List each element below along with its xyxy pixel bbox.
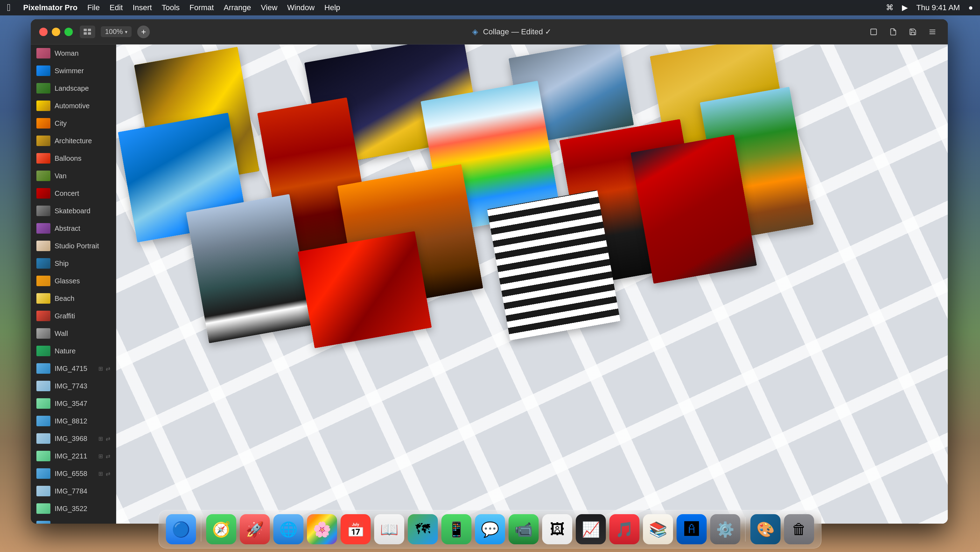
format-menu[interactable]: Format xyxy=(189,3,214,12)
dock-icon-facetime[interactable]: 📱 xyxy=(441,514,471,544)
arrange-menu[interactable]: Arrange xyxy=(224,3,251,12)
sidebar: WomanSwimmerLandscapeAutomotiveCityArchi… xyxy=(31,45,116,523)
sidebar-item-van[interactable]: Van xyxy=(31,167,116,185)
settings-button[interactable] xyxy=(925,26,939,38)
sidebar-item-img_3522[interactable]: IMG_3522 xyxy=(31,500,116,517)
thumbnail-ship xyxy=(37,258,50,269)
zoom-display[interactable]: 100% ▾ xyxy=(101,26,132,37)
dock-icon-maps[interactable]: 🗺 xyxy=(408,514,438,544)
sidebar-item-img_3547[interactable]: IMG_3547 xyxy=(31,395,116,412)
search-icon[interactable]: ● xyxy=(969,3,973,12)
sidebar-item-wall[interactable]: Wall xyxy=(31,325,116,342)
dock-icon-facetime2[interactable]: 📹 xyxy=(509,514,539,544)
dock-icon-appstore[interactable]: 🅰 xyxy=(676,514,706,544)
sidebar-item-img_4715[interactable]: IMG_4715⊞⇄ xyxy=(31,360,116,377)
dock-icon-finder[interactable]: 🔵 xyxy=(166,514,196,544)
link-icon[interactable]: ⇄ xyxy=(106,365,110,372)
dock-icon-safari2[interactable]: 🌐 xyxy=(274,514,304,544)
thumbnail-skateboard xyxy=(37,206,50,216)
visibility-icon[interactable]: ⊞ xyxy=(99,436,103,442)
sidebar-item-balloons[interactable]: Balloons xyxy=(31,150,116,167)
app-name-menu[interactable]: Pixelmator Pro xyxy=(23,3,77,12)
visibility-icon[interactable]: ⊞ xyxy=(99,365,103,372)
share-button[interactable] xyxy=(867,26,881,38)
sidebar-label-img_8812: IMG_8812 xyxy=(55,417,87,425)
sidebar-item-abstract[interactable]: Abstract xyxy=(31,220,116,237)
sidebar-item-img_8812[interactable]: IMG_8812 xyxy=(31,412,116,430)
sidebar-item-img_6558[interactable]: IMG_6558⊞⇄ xyxy=(31,465,116,482)
file-menu[interactable]: File xyxy=(88,3,100,12)
dock-icon-photos2[interactable]: 🖼 xyxy=(542,514,572,544)
pixelmator-icon: 🎨 xyxy=(756,521,775,538)
sidebar-item-city[interactable]: City xyxy=(31,115,116,132)
sidebar-label-woman: Woman xyxy=(55,49,79,57)
grid-view-toggle[interactable] xyxy=(80,26,95,38)
minimize-button[interactable] xyxy=(52,28,60,36)
dock-icon-launchpad[interactable]: 🚀 xyxy=(240,514,270,544)
dock-icon-books2[interactable]: 📚 xyxy=(643,514,673,544)
photo-card-red-car[interactable] xyxy=(298,231,431,348)
help-menu[interactable]: Help xyxy=(325,3,340,12)
window-menu[interactable]: Window xyxy=(287,3,315,12)
sidebar-label-balloons: Balloons xyxy=(55,155,81,163)
visibility-icon[interactable]: ⊞ xyxy=(99,471,103,477)
canvas-area[interactable] xyxy=(116,45,948,523)
tools-menu[interactable]: Tools xyxy=(162,3,180,12)
sidebar-item-img_3968[interactable]: IMG_3968⊞⇄ xyxy=(31,430,116,447)
safari2-icon: 🌐 xyxy=(279,521,298,538)
dock-icon-pixelmator[interactable]: 🎨 xyxy=(750,514,781,544)
link-icon[interactable]: ⇄ xyxy=(106,471,110,477)
sidebar-item-landscape[interactable]: Landscape xyxy=(31,80,116,97)
sidebar-label-nature: Nature xyxy=(55,347,76,355)
thumbnail-img_8812 xyxy=(37,416,50,426)
link-icon[interactable]: ⇄ xyxy=(106,453,110,459)
dock-icon-calendar[interactable]: 📅 xyxy=(340,514,371,544)
sidebar-item-glasses[interactable]: Glasses xyxy=(31,272,116,290)
sidebar-item-skateboard[interactable]: Skateboard xyxy=(31,202,116,220)
photo-card-graffiti-bw[interactable] xyxy=(487,190,620,340)
link-icon[interactable]: ⇄ xyxy=(106,436,110,442)
sidebar-icons-img_2211: ⊞⇄ xyxy=(99,453,110,459)
sidebar-item-img_2211[interactable]: IMG_2211⊞⇄ xyxy=(31,447,116,465)
dock-icon-itunes[interactable]: 🎵 xyxy=(609,514,640,544)
add-layer-button[interactable]: + xyxy=(137,26,150,38)
launchpad-icon: 🚀 xyxy=(246,521,264,538)
sidebar-item-studio_portrait[interactable]: Studio Portrait xyxy=(31,237,116,255)
sidebar-item-beach[interactable]: Beach xyxy=(31,290,116,307)
dock-icon-safari[interactable]: 🧭 xyxy=(206,514,236,544)
dock-icon-messages[interactable]: 💬 xyxy=(475,514,505,544)
sidebar-item-nature[interactable]: Nature xyxy=(31,342,116,360)
insert-menu[interactable]: Insert xyxy=(133,3,152,12)
fullscreen-button[interactable] xyxy=(64,28,73,36)
dock-icon-preferences[interactable]: ⚙️ xyxy=(710,514,740,544)
thumbnail-img_7743 xyxy=(37,381,50,391)
pixelmator-logo-icon: ◈ xyxy=(472,27,478,36)
sidebar-item-swimmer[interactable]: Swimmer xyxy=(31,62,116,80)
edit-menu[interactable]: Edit xyxy=(110,3,123,12)
sidebar-item-architecture[interactable]: Architecture xyxy=(31,132,116,150)
sidebar-item-automotive[interactable]: Automotive xyxy=(31,97,116,115)
thumbnail-glasses xyxy=(37,276,50,286)
thumbnail-balloons xyxy=(37,153,50,164)
sidebar-item-img_7743[interactable]: IMG_7743 xyxy=(31,377,116,395)
sidebar-item-graffiti[interactable]: Graffiti xyxy=(31,307,116,325)
dock-icon-trash[interactable]: 🗑 xyxy=(784,514,814,544)
close-button[interactable] xyxy=(39,28,48,36)
sidebar-item-img_9951[interactable]: IMG_9951 xyxy=(31,517,116,523)
sidebar-item-concert[interactable]: Concert xyxy=(31,185,116,202)
sidebar-label-img_2211: IMG_2211 xyxy=(55,452,87,460)
sidebar-item-ship[interactable]: Ship xyxy=(31,255,116,272)
sidebar-label-skateboard: Skateboard xyxy=(55,207,90,215)
dock-icon-photos[interactable]: 🌸 xyxy=(307,514,337,544)
dock-icon-stocks[interactable]: 📈 xyxy=(576,514,606,544)
view-menu[interactable]: View xyxy=(261,3,277,12)
dock-icon-books[interactable]: 📖 xyxy=(374,514,404,544)
export-button[interactable] xyxy=(886,26,900,38)
save-button[interactable] xyxy=(906,26,920,38)
sidebar-item-woman[interactable]: Woman xyxy=(31,45,116,62)
title-bar: 100% ▾ + ◈ Collage — Edited ✓ xyxy=(31,19,948,45)
apple-menu-icon[interactable]:  xyxy=(7,2,11,13)
visibility-icon[interactable]: ⊞ xyxy=(99,453,103,459)
sidebar-item-img_7784[interactable]: IMG_7784 xyxy=(31,482,116,500)
sidebar-label-swimmer: Swimmer xyxy=(55,67,84,75)
